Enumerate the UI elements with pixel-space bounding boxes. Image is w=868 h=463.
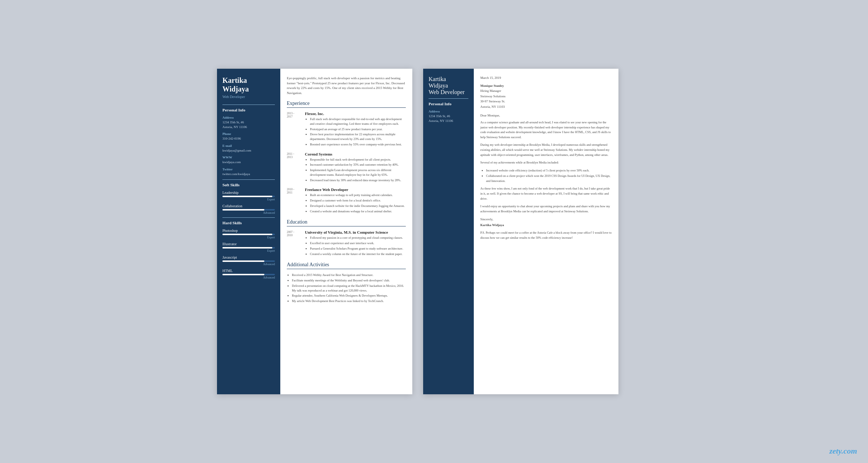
skill-name-html: HTML: [222, 269, 275, 273]
skill-leadership: Leadership Expert: [222, 191, 275, 201]
cover-para2: During my web developer internship at Br…: [480, 143, 612, 157]
skill-bar-fill-illustrator: [222, 247, 272, 249]
resume-sidebar: Kartika Widjaya Web Developer Personal I…: [217, 69, 280, 394]
skill-name-collaboration: Collaboration: [222, 204, 275, 208]
activities-list: Received a 2015 Webby Award for Best Nav…: [287, 273, 406, 303]
recipient-address2: Astoria, NY 11103: [480, 104, 612, 109]
skill-bar-fill-photoshop: [222, 234, 272, 235]
exp-item-education: 2007 - 2010 University of Virginia, M.S.…: [287, 230, 406, 257]
edu-bullet: Excelled in user experience and user int…: [310, 241, 403, 246]
exp-content-corend: Corend Systems Responsible for full stac…: [305, 152, 406, 183]
exp-bullet: Decreased lead times by 30% and reduced …: [310, 178, 406, 183]
cover-main: March 15, 2019 Monique Stanley Hiring Ma…: [474, 69, 618, 394]
cover-address-label: Address: [429, 110, 468, 113]
resume-name: Kartika Widjaya: [222, 76, 275, 93]
recipient-address1: 30-97 Steinway St.: [480, 99, 612, 104]
twitter-label: Twitter: [222, 167, 275, 171]
skill-collaboration: Collaboration Advanced: [222, 204, 275, 214]
cover-recipient: Monique Stanley Hiring Manager Steinway …: [480, 83, 612, 109]
exp-item-freelance: 2010 - 2011 Freelance Web Developer Buil…: [287, 187, 406, 214]
skill-illustrator: Illustrator Expert: [222, 242, 275, 252]
soft-skills-title: Soft Skills: [222, 179, 275, 187]
exp-bullets-flexor: Full stack web developer responsible for…: [305, 117, 406, 147]
skill-name-photoshop: Photoshop: [222, 229, 275, 233]
watermark-text-blue: .com: [842, 446, 857, 455]
recipient-name: Monique Stanley: [480, 83, 612, 88]
exp-bullet: Drove best practice implementation for 2…: [310, 132, 406, 141]
phone-value: 310-242-0196: [222, 136, 275, 141]
address-value: 1234 35th St, #6Astoria, NY 11106: [222, 120, 275, 129]
www-value: kwidjaya.com: [222, 160, 275, 165]
cover-date: March 15, 2019: [480, 76, 612, 80]
watermark-text-black: zety: [829, 446, 841, 455]
skill-name-javascript: Javascript: [222, 255, 275, 259]
www-label: WWW: [222, 156, 275, 159]
exp-bullet: Implemented Agile/Lean development proce…: [310, 168, 406, 177]
recipient-company: Steinway Solutions: [480, 94, 612, 99]
skill-level-html: Advanced: [222, 276, 275, 279]
exp-content-flexor: Flexor, Inc. Full stack web developer re…: [305, 111, 406, 148]
exp-dates-flexor: 2013 - 2017: [287, 111, 301, 148]
zety-watermark: zety.com: [829, 446, 857, 456]
exp-bullet: Responsible for full stack web developme…: [310, 157, 406, 162]
cover-signature: Kartika Widjaya: [480, 223, 612, 227]
cover-personal-info-title: Personal Info: [429, 98, 468, 106]
skill-bar-bg-html: [222, 274, 275, 275]
cover-sidebar: Kartika Widjaya Web Developer Personal I…: [423, 69, 474, 394]
skill-level-illustrator: Expert: [222, 249, 275, 252]
skill-bar-fill-collaboration: [222, 209, 264, 211]
cover-ps: P.S. Perhaps we could meet for a coffee …: [480, 230, 612, 240]
resume-document: Kartika Widjaya Web Developer Personal I…: [217, 69, 412, 394]
cover-letter-document: Kartika Widjaya Web Developer Personal I…: [423, 69, 618, 394]
exp-bullet: Developed a launch website for the indie…: [310, 204, 405, 208]
cover-address-value: 1234 35th St, #6Astoria, NY 11106: [429, 114, 468, 123]
exp-company-corend: Corend Systems: [305, 152, 406, 156]
exp-item-corend: 2011 - 2013 Corend Systems Responsible f…: [287, 152, 406, 183]
exp-bullet: Boosted user experience scores by 55% ov…: [310, 142, 406, 147]
recipient-title: Hiring Manager: [480, 88, 612, 93]
exp-bullet: Prototyped an average of 25 new product …: [310, 127, 406, 132]
exp-bullet: Increased customer satisfaction by 35% a…: [310, 162, 406, 167]
skill-bar-bg-illustrator: [222, 247, 275, 249]
activity-bullet: My article Web Development Best Practice…: [292, 299, 406, 303]
exp-item-flexor: 2013 - 2017 Flexor, Inc. Full stack web …: [287, 111, 406, 148]
cover-name-line1: Kartika: [429, 76, 446, 82]
cover-para1: As a computer science graduate and all-a…: [480, 120, 612, 140]
exp-bullets-corend: Responsible for full stack web developme…: [305, 157, 406, 183]
activities-section-title: Additional Activities: [287, 262, 406, 269]
exp-content-freelance: Freelance Web Developer Built an ecommer…: [305, 187, 405, 214]
experience-section-title: Experience: [287, 101, 406, 108]
edu-bullet: Created a weekly column on the future of…: [310, 252, 403, 256]
email-value: kwidjaya@gmail.com: [222, 148, 275, 153]
exp-dates-education: 2007 - 2010: [287, 230, 301, 257]
resume-name-line2: Widjaya: [222, 85, 249, 93]
exp-content-education: University of Virginia, M.S. in Computer…: [305, 230, 403, 257]
edu-bullet: Pursued a Generalist Scholars Program gr…: [310, 246, 403, 251]
exp-bullet: Full stack web developer responsible for…: [310, 117, 406, 126]
phone-label: Phone: [222, 132, 275, 136]
cover-para4: As these few wins show, I am not only fo…: [480, 186, 612, 201]
exp-dates-freelance: 2010 - 2011: [287, 187, 301, 214]
personal-info-section-title: Personal Info: [222, 105, 275, 112]
exp-company-flexor: Flexor, Inc.: [305, 111, 406, 116]
skill-bar-bg-photoshop: [222, 234, 275, 235]
page-wrapper: Kartika Widjaya Web Developer Personal I…: [217, 69, 651, 394]
skill-bar-fill-leadership: [222, 196, 272, 197]
activity-bullet: Received a 2015 Webby Award for Best Nav…: [292, 273, 406, 277]
skill-level-javascript: Advanced: [222, 263, 275, 266]
skill-html: HTML Advanced: [222, 269, 275, 279]
hard-skills-title: Hard Skills: [222, 217, 275, 225]
skill-level-leadership: Expert: [222, 198, 275, 201]
skill-javascript: Javascript Advanced: [222, 255, 275, 266]
skill-photoshop: Photoshop Expert: [222, 229, 275, 239]
cover-name-line2: Widjaya: [429, 82, 448, 89]
skill-level-collaboration: Advanced: [222, 211, 275, 214]
skill-bar-fill-html: [222, 274, 264, 275]
resume-job-title: Web Developer: [222, 95, 275, 99]
exp-bullet: Designed a customer web form for a local…: [310, 198, 405, 203]
edu-bullets: Followed my passion in a core of prototy…: [305, 235, 403, 256]
email-label: E-mail: [222, 144, 275, 148]
resume-name-line1: Kartika: [222, 76, 247, 84]
cover-para5: I would enjoy an opportunity to chat abo…: [480, 204, 612, 214]
edu-degree: University of Virginia, M.S. in Computer…: [305, 230, 403, 234]
